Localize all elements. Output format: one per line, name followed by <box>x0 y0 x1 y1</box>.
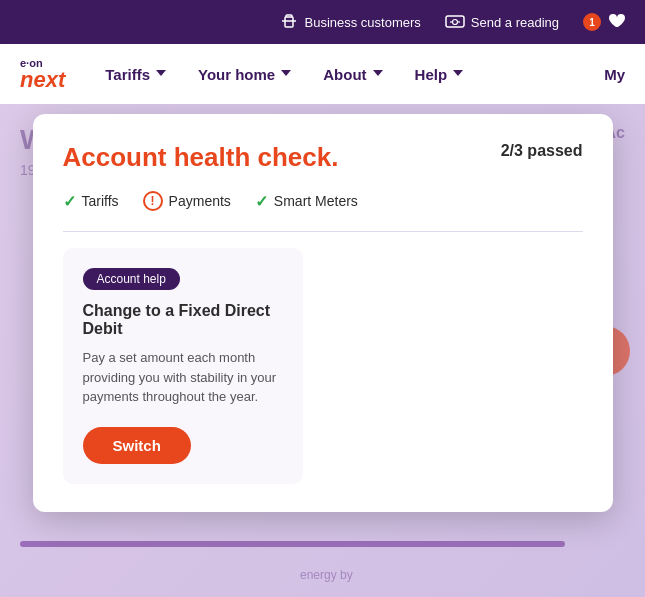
send-reading-label: Send a reading <box>471 15 559 30</box>
page-background: Wo 192 G Ac t paym paymement iss afteris… <box>0 104 645 597</box>
about-label: About <box>323 66 366 83</box>
check-payments-label: Payments <box>169 193 231 209</box>
help-label: Help <box>415 66 448 83</box>
nav-your-home[interactable]: Your home <box>198 66 293 83</box>
modal-overlay: Account health check. 2/3 passed ✓ Tarif… <box>0 104 645 597</box>
check-tariffs-icon: ✓ <box>63 192 76 211</box>
business-customers-label: Business customers <box>304 15 420 30</box>
card-title: Change to a Fixed Direct Debit <box>83 302 283 338</box>
check-payments: ! Payments <box>143 191 231 211</box>
check-smart-meters-icon: ✓ <box>255 192 268 211</box>
your-home-chevron-icon <box>279 66 293 83</box>
health-check-modal: Account health check. 2/3 passed ✓ Tarif… <box>33 114 613 512</box>
top-bar: Business customers Send a reading 1 <box>0 0 645 44</box>
modal-title: Account health check. <box>63 142 339 173</box>
svg-rect-2 <box>446 16 464 27</box>
switch-button[interactable]: Switch <box>83 427 191 464</box>
notification-count: 1 <box>583 13 601 31</box>
check-payments-icon: ! <box>143 191 163 211</box>
tariffs-label: Tariffs <box>105 66 150 83</box>
logo-next: next <box>20 69 65 91</box>
modal-header: Account health check. 2/3 passed <box>63 142 583 173</box>
business-customers-link[interactable]: Business customers <box>280 13 420 32</box>
account-help-card: Account help Change to a Fixed Direct De… <box>63 248 303 484</box>
nav-my[interactable]: My <box>604 66 625 83</box>
help-chevron-icon <box>451 66 465 83</box>
logo[interactable]: e·on next <box>20 58 65 91</box>
nav-help[interactable]: Help <box>415 66 466 83</box>
check-smart-meters-label: Smart Meters <box>274 193 358 209</box>
card-badge: Account help <box>83 268 180 290</box>
briefcase-icon <box>280 13 298 32</box>
heart-icon <box>607 13 625 32</box>
modal-passed: 2/3 passed <box>501 142 583 160</box>
nav-tariffs[interactable]: Tariffs <box>105 66 168 83</box>
send-reading-link[interactable]: Send a reading <box>445 13 559 32</box>
nav-about[interactable]: About <box>323 66 384 83</box>
nav-bar: e·on next Tariffs Your home About Help M… <box>0 44 645 104</box>
tariffs-chevron-icon <box>154 66 168 83</box>
svg-rect-0 <box>285 17 293 27</box>
modal-divider <box>63 231 583 232</box>
your-home-label: Your home <box>198 66 275 83</box>
notification-area[interactable]: 1 <box>583 13 625 32</box>
meter-icon <box>445 13 465 32</box>
check-smart-meters: ✓ Smart Meters <box>255 192 358 211</box>
about-chevron-icon <box>371 66 385 83</box>
card-body: Pay a set amount each month providing yo… <box>83 348 283 407</box>
svg-point-3 <box>452 19 457 24</box>
check-tariffs: ✓ Tariffs <box>63 192 119 211</box>
check-tariffs-label: Tariffs <box>82 193 119 209</box>
modal-checks: ✓ Tariffs ! Payments ✓ Smart Meters <box>63 191 583 211</box>
